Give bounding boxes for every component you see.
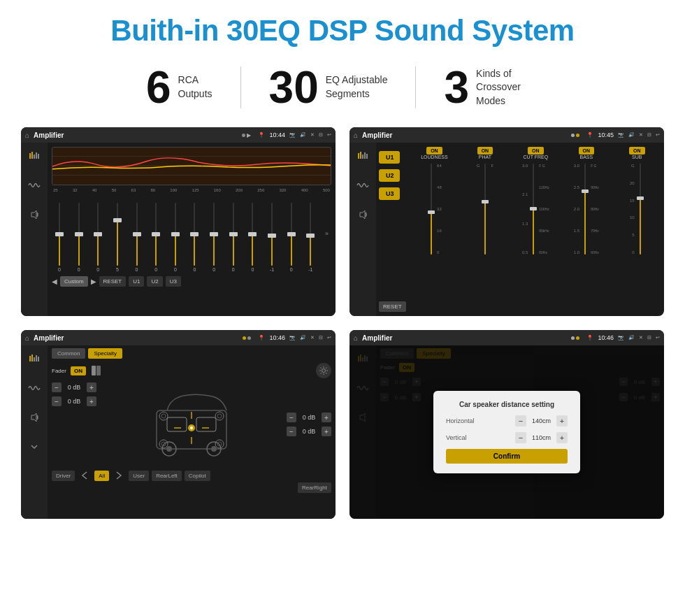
confirm-button[interactable]: Confirm [446, 449, 568, 464]
svg-rect-28 [175, 234, 176, 266]
topbar-title-screen4: Amplifier [362, 334, 567, 342]
horizontal-value: 140cm [529, 417, 554, 424]
side-icons-screen2 [349, 143, 376, 316]
svg-rect-19 [117, 220, 118, 266]
eq-slider-2[interactable]: 0 [93, 203, 103, 272]
feature-number-rca: 6 [146, 65, 171, 110]
bass-on-btn[interactable]: ON [579, 147, 595, 155]
status-dot-s2 [571, 134, 575, 137]
u3-btn[interactable]: U3 [166, 276, 181, 287]
topbar-time-screen4: 10:46 [598, 334, 614, 341]
reset-btn[interactable]: RESET [99, 276, 127, 287]
copilot-btn[interactable]: Copilot [185, 471, 210, 481]
db-plus-2[interactable]: + [322, 413, 331, 422]
loudness-on-btn[interactable]: ON [426, 147, 442, 155]
sub-on-btn[interactable]: ON [629, 147, 645, 155]
wave-icon[interactable] [27, 178, 42, 193]
vertical-minus-btn[interactable]: − [515, 432, 526, 443]
svg-rect-32 [190, 232, 199, 236]
phat-on-btn[interactable]: ON [477, 147, 493, 155]
feature-number-crossover: 3 [444, 65, 469, 110]
prev-icon[interactable]: ◀ [52, 278, 57, 285]
topbar-screen3: ⌂ Amplifier 📍 10:46 📷 🔊 ✕ ⊟ ↩ [21, 330, 336, 345]
fader-label: Fader [52, 368, 66, 374]
tab-specialty[interactable]: Specialty [88, 348, 122, 359]
driver-btn[interactable]: Driver [52, 471, 75, 481]
eq-slider-7[interactable]: 0 [189, 203, 199, 272]
u1-button[interactable]: U1 [379, 151, 400, 164]
wave-icon-s3[interactable] [27, 380, 42, 396]
eq-settings-icon[interactable] [27, 148, 42, 164]
horizontal-minus-btn[interactable]: − [515, 415, 526, 427]
svg-point-90 [215, 412, 224, 420]
svg-point-82 [166, 446, 172, 452]
vertical-plus-btn[interactable]: + [556, 432, 568, 443]
db-row-3: − 0 dB + [287, 427, 331, 436]
eq-slider-13[interactable]: -1 [305, 203, 315, 272]
fader-left: − 0 dB + − 0 dB + [52, 382, 96, 466]
db-plus-1[interactable]: + [87, 396, 96, 406]
eq-slider-9[interactable]: 0 [229, 203, 238, 272]
sub-label: SUB [632, 155, 642, 159]
u1-btn[interactable]: U1 [129, 276, 144, 287]
svg-rect-22 [136, 234, 138, 266]
all-btn[interactable]: All [94, 471, 109, 481]
svg-rect-16 [97, 234, 99, 266]
wave-icon-s2[interactable] [355, 178, 370, 193]
db-row-0: − 0 dB + [52, 382, 96, 392]
feature-text-eq: EQ Adjustable Segments [326, 73, 388, 101]
svg-rect-59 [428, 210, 435, 214]
eq-icon-s2[interactable] [355, 148, 370, 164]
custom-btn[interactable]: Custom [60, 276, 88, 287]
eq-slider-8[interactable]: 0 [209, 203, 219, 272]
db-minus-2[interactable]: − [287, 413, 296, 422]
svg-rect-29 [171, 232, 180, 236]
eq-slider-12[interactable]: 0 [287, 203, 296, 272]
db-minus-3[interactable]: − [287, 427, 296, 436]
horizontal-plus-btn[interactable]: + [556, 415, 568, 427]
u2-button[interactable]: U2 [379, 169, 400, 182]
speaker-icon-s3[interactable] [27, 410, 42, 425]
reset-btn-s2[interactable]: RESET [379, 301, 406, 312]
vertical-value: 110cm [529, 434, 554, 441]
eq-slider-0[interactable]: 0 [55, 203, 64, 272]
expand-icon[interactable]: » [325, 230, 329, 237]
left-arrow[interactable] [78, 471, 92, 480]
feature-text-rca: RCA Outputs [178, 73, 212, 101]
eq-slider-4[interactable]: 0 [132, 203, 142, 272]
screen-eq: ⌂ Amplifier ▶ 📍 10:44 📷 🔊 ✕ ⊟ ↩ [21, 127, 336, 316]
db-minus-1[interactable]: − [52, 396, 62, 406]
fader-bottom: Driver All User RearLeft Copilot [52, 471, 331, 481]
u3-button[interactable]: U3 [379, 187, 400, 200]
rearright-btn[interactable]: RearRight [298, 482, 331, 493]
rearleft-btn[interactable]: RearLeft [152, 471, 182, 481]
speaker-icon[interactable] [27, 207, 42, 222]
db-minus-0[interactable]: − [52, 382, 62, 392]
topbar-time-screen3: 10:46 [269, 334, 285, 341]
eq-slider-1[interactable]: 0 [74, 203, 84, 272]
tab-common[interactable]: Common [52, 348, 85, 359]
db-val-1: 0 dB [64, 398, 84, 405]
cutfreq-on-btn[interactable]: ON [528, 147, 544, 155]
eq-slider-10[interactable]: 0 [247, 203, 257, 272]
expand-icon-s3[interactable] [27, 439, 42, 454]
horizontal-row: Horizontal − 140cm + [446, 415, 568, 427]
svg-rect-14 [75, 232, 83, 236]
eq-slider-5[interactable]: 0 [151, 203, 161, 272]
speaker-icon-s2[interactable] [355, 207, 370, 222]
eq-main: 25 32 40 50 63 80 100 125 160 200 250 32… [48, 143, 336, 316]
eq-sliders: 0 0 [52, 195, 331, 272]
right-arrow[interactable] [112, 471, 126, 480]
play-icon[interactable]: ▶ [91, 278, 96, 285]
fader-on-btn[interactable]: ON [71, 366, 86, 375]
eq-slider-11[interactable]: -1 [267, 203, 277, 272]
settings-icon[interactable] [316, 363, 331, 378]
user-btn[interactable]: User [129, 471, 149, 481]
db-val-2: 0 dB [299, 414, 319, 421]
eq-slider-3[interactable]: 5 [113, 203, 122, 272]
eq-slider-6[interactable]: 0 [171, 203, 180, 272]
db-plus-3[interactable]: + [322, 427, 331, 436]
u2-btn[interactable]: U2 [147, 276, 162, 287]
db-plus-0[interactable]: + [87, 382, 96, 392]
eq-icon-s3[interactable] [27, 351, 42, 366]
